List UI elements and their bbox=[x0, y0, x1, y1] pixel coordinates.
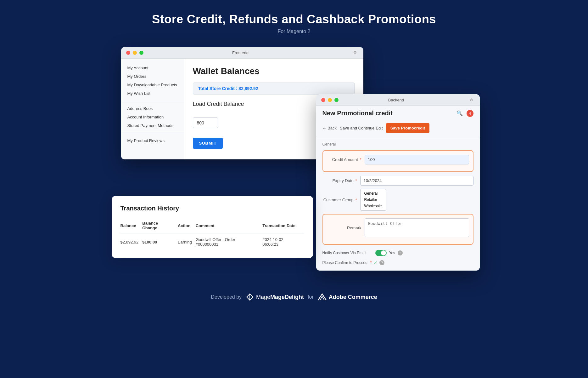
sidebar-item-accountinfo[interactable]: Account Information bbox=[121, 113, 184, 121]
sidebar-item-addressbook[interactable]: Address Book bbox=[121, 104, 184, 113]
backend-content: New Promotional credit 🔍 4 ← Back Save a… bbox=[316, 106, 480, 271]
col-header-balance-change: Balance Change bbox=[142, 218, 178, 233]
save-promocredit-button[interactable]: Save Promocredit bbox=[386, 123, 430, 133]
col-header-date: Transaction Date bbox=[262, 218, 304, 233]
backend-page-title: New Promotional credit bbox=[322, 110, 393, 117]
content-area: Frontend ⊗ My Account My Orders My Downl… bbox=[121, 47, 467, 267]
footer: Developed by MageMageDelight for Adobe C… bbox=[211, 293, 377, 301]
required-star: * bbox=[360, 157, 361, 162]
sidebar-item-reviews[interactable]: My Product Reviews bbox=[121, 136, 184, 145]
transaction-table: Balance Balance Change Action Comment Tr… bbox=[120, 218, 304, 249]
notify-toggle[interactable] bbox=[375, 250, 387, 256]
credit-amount-field-highlighted: Credit Amount * bbox=[322, 150, 473, 172]
backend-window: Backend ⊗ New Promotional credit 🔍 4 ← B… bbox=[316, 94, 480, 271]
credit-amount-label: Credit Amount * bbox=[327, 157, 361, 162]
page-subtitle: For Magento 2 bbox=[152, 29, 436, 34]
frontend-titlebar: Frontend ⊗ bbox=[121, 47, 363, 59]
store-credit-label: Total Store Credit : bbox=[198, 86, 238, 91]
store-credit-bar: Total Store Credit : $2,892.92 bbox=[193, 83, 355, 94]
group-option-retailer[interactable]: Retailer bbox=[362, 197, 384, 203]
sidebar-nav-group-3: My Product Reviews bbox=[121, 136, 184, 145]
backend-actions: ← Back Save and Continue Edit Save Promo… bbox=[316, 121, 480, 137]
confirm-checkmark-icon: ✓ bbox=[374, 260, 378, 265]
sidebar-item-wishlist[interactable]: My Wish List bbox=[121, 89, 184, 98]
confirm-label: Please Confirm to Proceed bbox=[322, 261, 367, 265]
credit-amount-row: Credit Amount * bbox=[327, 155, 469, 164]
sidebar-divider bbox=[121, 101, 184, 101]
cell-comment: Goodwill Offer , Order #000000031 bbox=[196, 233, 263, 249]
credit-amount-backend-input[interactable] bbox=[365, 155, 469, 164]
tl-red[interactable] bbox=[126, 51, 130, 55]
col-header-action: Action bbox=[178, 218, 196, 233]
remark-row: Remark Goodwill Offer bbox=[327, 218, 469, 237]
search-icon[interactable]: 🔍 bbox=[456, 110, 463, 116]
delight-text: MageDelight bbox=[270, 294, 304, 300]
expiry-date-label: Expiry Date * bbox=[322, 178, 357, 183]
magedelight-icon bbox=[245, 293, 254, 301]
group-option-wholesale[interactable]: Wholesale bbox=[362, 203, 384, 209]
developed-by-text: Developed by bbox=[211, 294, 242, 300]
form-section: General Credit Amount * Expiry Date bbox=[316, 137, 480, 271]
transaction-history-title: Transaction History bbox=[120, 205, 304, 212]
cg-required-star: * bbox=[355, 198, 357, 202]
cell-action: Earning bbox=[178, 233, 196, 249]
notify-row: Notify Customer Via Email Yes ? bbox=[322, 249, 473, 257]
sidebar-item-myaccount[interactable]: My Account bbox=[121, 64, 184, 72]
back-button[interactable]: ← Back bbox=[322, 126, 337, 130]
confirm-row: Please Confirm to Proceed * ✓ ? bbox=[322, 260, 473, 266]
sidebar-item-myorders[interactable]: My Orders bbox=[121, 72, 184, 81]
confirm-help-icon[interactable]: ? bbox=[379, 260, 384, 265]
yes-label: Yes bbox=[389, 251, 395, 255]
sidebar-nav-group-1: My Account My Orders My Downloadable Pro… bbox=[121, 64, 184, 98]
mage-text: Mage bbox=[256, 294, 270, 300]
adobe-commerce-brand: Adobe Commerce bbox=[317, 293, 377, 301]
expiry-date-row: Expiry Date * bbox=[322, 176, 473, 186]
customer-group-label: Customer Group * bbox=[322, 198, 357, 202]
group-option-general[interactable]: General bbox=[362, 190, 384, 197]
wallet-title: Wallet Balances bbox=[193, 66, 355, 76]
be-tl-red[interactable] bbox=[321, 98, 325, 102]
backend-header-row: New Promotional credit 🔍 4 bbox=[316, 106, 480, 121]
remark-label: Remark bbox=[327, 226, 361, 230]
table-row: $2,892.92 $100.00 Earning Goodwill Offer… bbox=[120, 233, 304, 249]
customer-group-select[interactable]: General Retailer Wholesale bbox=[360, 189, 386, 211]
col-header-comment: Comment bbox=[196, 218, 263, 233]
sidebar-nav-group-2: Address Book Account Information Stored … bbox=[121, 104, 184, 130]
backend-titlebar: Backend ⊗ bbox=[316, 94, 480, 106]
notify-label: Notify Customer Via Email bbox=[322, 251, 373, 255]
confirm-required-star: * bbox=[370, 260, 372, 266]
frontend-tab-label: Frontend bbox=[130, 50, 351, 55]
page-title: Store Credit, Refunds and Cashback Promo… bbox=[152, 13, 436, 26]
backend-icons: 🔍 4 bbox=[456, 110, 473, 117]
sidebar: My Account My Orders My Downloadable Pro… bbox=[121, 59, 184, 159]
transaction-card: Transaction History Balance Balance Chan… bbox=[112, 196, 313, 258]
sidebar-item-payment-methods[interactable]: Stored Payment Methods bbox=[121, 121, 184, 130]
cell-date: 2024-10-02 06:06:23 bbox=[262, 233, 304, 249]
magedelight-brand: MageMageDelight bbox=[245, 293, 304, 301]
remark-input[interactable]: Goodwill Offer bbox=[365, 218, 469, 237]
notify-help-icon[interactable]: ? bbox=[398, 250, 403, 255]
for-text: for bbox=[308, 294, 314, 300]
magedelight-logo-text: MageMageDelight bbox=[256, 294, 304, 301]
expiry-required-star: * bbox=[355, 178, 357, 183]
adobe-commerce-icon bbox=[317, 293, 327, 301]
customer-group-row: Customer Group * General Retailer Wholes… bbox=[322, 189, 473, 211]
cell-balance-change: $100.00 bbox=[142, 233, 178, 249]
adobe-commerce-text: Adobe Commerce bbox=[329, 294, 377, 301]
sidebar-divider-2 bbox=[121, 133, 184, 133]
page-header: Store Credit, Refunds and Cashback Promo… bbox=[152, 13, 436, 34]
be-browser-close-icon: ⊗ bbox=[470, 97, 475, 102]
general-label: General bbox=[322, 142, 473, 146]
col-header-balance: Balance bbox=[120, 218, 143, 233]
backend-tab-label: Backend bbox=[325, 98, 467, 102]
submit-button[interactable]: SUBMIT bbox=[193, 138, 223, 149]
remark-field-highlighted: Remark Goodwill Offer bbox=[322, 214, 473, 245]
notification-badge[interactable]: 4 bbox=[467, 110, 473, 117]
expiry-date-input[interactable] bbox=[360, 176, 473, 186]
sidebar-item-downloadable[interactable]: My Downloadable Products bbox=[121, 81, 184, 89]
store-credit-value: $2,892.92 bbox=[238, 86, 258, 91]
save-continue-button[interactable]: Save and Continue Edit bbox=[340, 126, 383, 130]
browser-close-icon: ⊗ bbox=[353, 50, 358, 55]
cell-balance: $2,892.92 bbox=[120, 233, 143, 249]
credit-amount-input[interactable] bbox=[193, 117, 218, 128]
